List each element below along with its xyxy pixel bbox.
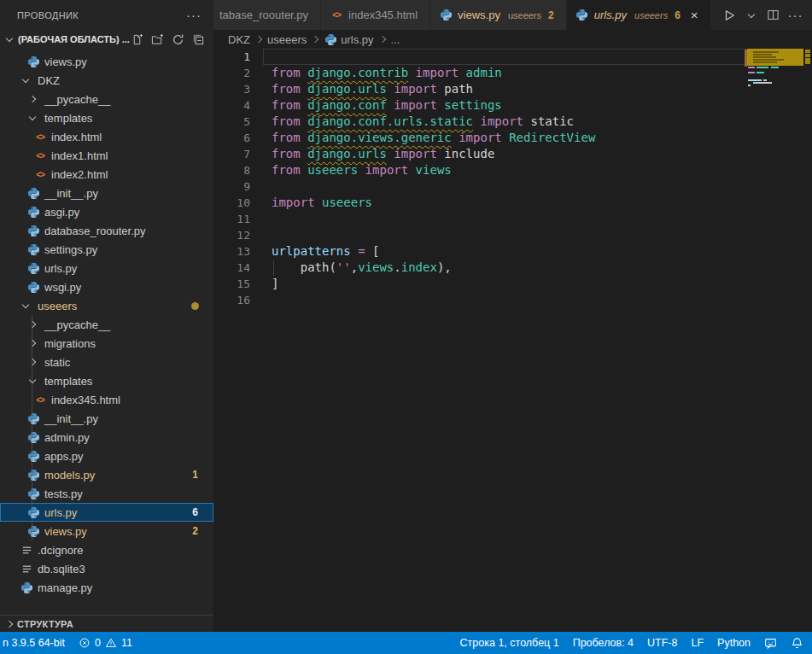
python-file-icon <box>26 524 40 538</box>
tree-item-__init__.py[interactable]: __init__.py <box>0 184 213 202</box>
tree-item-DKZ[interactable]: DKZ <box>0 71 213 90</box>
file-label: settings.py <box>44 243 97 256</box>
problems-badge: 2 <box>192 525 198 537</box>
tree-item-useeers[interactable]: useeers <box>0 296 213 315</box>
python-file-icon <box>26 224 40 237</box>
code-line-3[interactable]: 3from django.urls import path <box>213 81 812 97</box>
code-line-10[interactable]: 10import useeers <box>213 195 812 211</box>
line-number: 7 <box>213 146 250 162</box>
line-number: 13 <box>213 243 250 260</box>
explorer-header: ПРОВОДНИК ··· <box>0 0 213 30</box>
breadcrumb-segment-DKZ[interactable]: DKZ <box>228 33 250 46</box>
tab-views.py[interactable]: views.pyuseeers2 <box>430 0 567 30</box>
refresh-button[interactable] <box>171 32 185 47</box>
line-content: path('',views.index), <box>272 260 452 276</box>
code-line-14[interactable]: 14 path('',views.index), <box>213 260 812 276</box>
code-line-13[interactable]: 13urlpatterns = [ <box>213 243 812 260</box>
tree-item-wsgi.py[interactable]: wsgi.py <box>0 277 213 296</box>
file-label: templates <box>44 112 92 125</box>
code-line-12[interactable]: 12 <box>213 227 812 243</box>
tree-item-db.sqlite3[interactable]: db.sqlite3 <box>0 559 213 578</box>
chevron-right-icon <box>26 336 40 350</box>
tab-index345.html[interactable]: <>index345.html <box>321 0 430 30</box>
run-button[interactable] <box>720 6 739 25</box>
code-line-6[interactable]: 6from django.views.generic import Redire… <box>213 130 812 146</box>
explorer-more-actions-icon[interactable]: ··· <box>186 9 202 21</box>
python-file-icon <box>26 412 40 425</box>
file-label: __pycache__ <box>44 93 110 106</box>
status-problems[interactable]: 0 11 <box>79 637 132 649</box>
line-number: 3 <box>213 81 250 97</box>
tree-item-urls.py[interactable]: urls.py <box>0 259 213 277</box>
tree-item-index1.html[interactable]: <>index1.html <box>0 146 213 165</box>
file-label: __init__.py <box>44 187 98 200</box>
tree-item-asgi.py[interactable]: asgi.py <box>0 202 213 221</box>
run-dropdown-button[interactable] <box>742 6 761 25</box>
breadcrumb-segment-urls.py[interactable]: urls.py <box>324 32 373 46</box>
tree-item-settings.py[interactable]: settings.py <box>0 240 213 259</box>
code-line-5[interactable]: 5from django.conf.urls.static import sta… <box>213 114 812 130</box>
split-editor-button[interactable] <box>764 6 783 25</box>
close-icon[interactable]: × <box>691 9 698 21</box>
code-line-9[interactable]: 9 <box>213 178 812 195</box>
breadcrumb-segment-...[interactable]: ... <box>391 33 400 46</box>
new-file-button[interactable] <box>130 32 144 47</box>
code-line-11[interactable]: 11 <box>213 211 812 227</box>
line-number: 4 <box>213 97 250 114</box>
code-line-1[interactable]: 1 <box>213 49 812 65</box>
tree-item-manage.py[interactable]: manage.py <box>0 578 213 597</box>
html-file-icon: <> <box>33 393 47 406</box>
breadcrumb-label: useeers <box>267 33 307 46</box>
collapse-all-button[interactable] <box>191 32 206 47</box>
file-label: admin.py <box>44 431 90 444</box>
code-line-8[interactable]: 8from useeers import views <box>213 162 812 178</box>
line-content: urlpatterns = [ <box>272 243 379 260</box>
status-cursor-position[interactable]: Строка 1, столбец 1 <box>460 637 559 649</box>
tab-urls.py[interactable]: urls.pyuseeers6× <box>567 0 711 30</box>
code-line-15[interactable]: 15] <box>213 276 812 292</box>
feedback-icon[interactable] <box>764 637 777 650</box>
status-python-interpreter[interactable]: n 3.9.5 64-bit <box>3 637 65 649</box>
bell-icon[interactable] <box>791 637 803 650</box>
code-line-4[interactable]: 4from django.conf import settings <box>213 97 812 114</box>
tree-item-.dcignore[interactable]: .dcignore <box>0 540 213 559</box>
line-content: ] <box>272 276 278 292</box>
code-line-2[interactable]: 2from django.contrib import admin <box>213 65 812 81</box>
code-line-16[interactable]: 16 <box>213 292 812 308</box>
status-encoding[interactable]: UTF-8 <box>647 637 677 649</box>
code-line-7[interactable]: 7from django.urls import include <box>213 146 812 162</box>
overview-ruler[interactable] <box>803 49 812 632</box>
minimap[interactable] <box>745 49 803 632</box>
chevron-right-icon <box>3 617 17 631</box>
file-label: views.py <box>44 55 87 68</box>
code-editor[interactable]: 12from django.contrib import admin3from … <box>213 49 812 632</box>
status-language-mode[interactable]: Python <box>717 637 751 649</box>
tree-item-index2.html[interactable]: <>index2.html <box>0 165 213 184</box>
tree-item-templates[interactable]: templates <box>0 108 213 127</box>
code-lines: 12from django.contrib import admin3from … <box>213 49 812 308</box>
status-eol[interactable]: LF <box>691 637 704 649</box>
explorer-sidebar: ПРОВОДНИК ··· (РАБОЧАЯ ОБЛАСТЬ) ... view… <box>0 0 213 632</box>
file-label: __pycache__ <box>44 318 110 331</box>
tab-problems-badge: 2 <box>548 9 554 21</box>
new-folder-button[interactable] <box>150 32 165 47</box>
default-file-icon <box>20 543 33 557</box>
status-indentation[interactable]: Пробелов: 4 <box>573 637 634 649</box>
chevron-down-icon <box>26 111 40 125</box>
breadcrumb-segment-useeers[interactable]: useeers <box>267 33 307 46</box>
more-button[interactable]: ··· <box>786 6 805 25</box>
python-file-icon <box>26 280 40 294</box>
outline-section-header[interactable]: СТРУКТУРА <box>0 615 213 632</box>
tab-tabase_roouter.py[interactable]: tabase_roouter.py <box>213 0 321 30</box>
tab-label: index345.html <box>348 9 418 21</box>
breadcrumb-label: ... <box>391 33 400 46</box>
tree-item-database_roouter.py[interactable]: database_roouter.py <box>0 221 213 240</box>
file-label: views.py <box>44 525 87 538</box>
python-file-icon <box>26 468 40 482</box>
file-label: manage.py <box>38 581 92 594</box>
tree-item-__pycache__[interactable]: __pycache__ <box>0 90 213 108</box>
workspace-section-header[interactable]: (РАБОЧАЯ ОБЛАСТЬ) ... <box>0 30 213 49</box>
tree-item-index.html[interactable]: <>index.html <box>0 127 213 146</box>
line-content: from django.conf.urls.static import stat… <box>272 114 574 130</box>
tree-item-views.py[interactable]: views.py <box>0 52 213 71</box>
